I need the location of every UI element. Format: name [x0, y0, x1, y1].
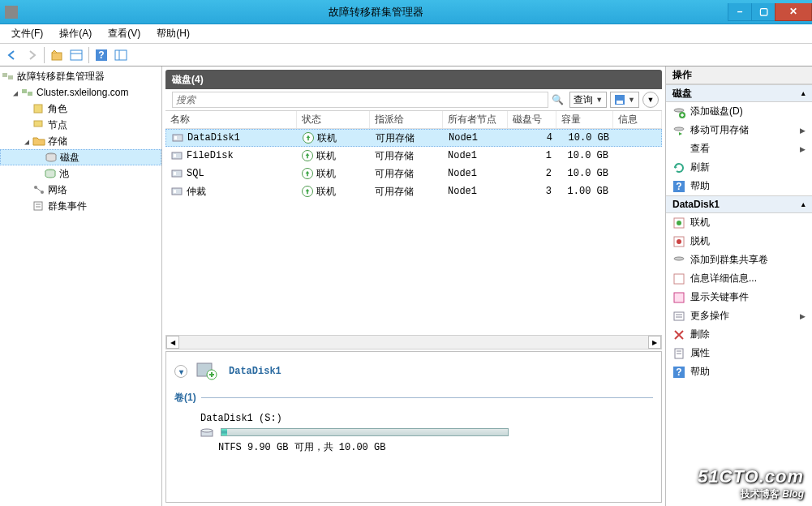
app-icon [5, 6, 18, 19]
tree-root[interactable]: 故障转移群集管理器 [0, 68, 161, 84]
events-icon [32, 200, 45, 212]
volume-text: NTFS 9.90 GB 可用，共 10.00 GB [218, 440, 509, 454]
window-title: 故障转移群集管理器 [23, 5, 728, 19]
tree-cluster[interactable]: ◢ Cluster.sxleilong.com [0, 84, 161, 101]
action-add-disk[interactable]: 添加磁盘(D) [666, 102, 812, 121]
folder-icon [32, 135, 45, 147]
svg-rect-7 [2, 73, 7, 77]
minimize-button[interactable]: – [728, 3, 752, 21]
cluster-node-icon [21, 87, 34, 98]
toolbar: ? [0, 44, 812, 66]
action-add-csv[interactable]: 添加到群集共享卷 [666, 251, 812, 269]
maximize-button[interactable]: ▢ [751, 3, 775, 21]
detail-pane: ▾ DataDisk1 卷(1) DataDisk1 (S:) NTFS 9.9… [165, 351, 662, 503]
action-properties[interactable]: 属性 [666, 344, 812, 362]
action-help2[interactable]: ?帮助 [666, 362, 812, 381]
col-assigned[interactable]: 指派给 [370, 111, 443, 128]
svg-rect-8 [8, 75, 13, 79]
svg-rect-30 [174, 190, 176, 193]
menu-view[interactable]: 查看(V) [100, 25, 148, 42]
up-button[interactable] [48, 46, 66, 64]
tree-nodes[interactable]: 节点 [0, 117, 161, 133]
back-button[interactable] [3, 46, 21, 64]
col-info[interactable]: 信息 [613, 111, 662, 128]
col-name[interactable]: 名称 [165, 111, 297, 128]
tree-pools[interactable]: 池 [0, 165, 161, 182]
scroll-right-button[interactable]: ▶ [648, 336, 661, 349]
tree-storage[interactable]: ◢ 存储 [0, 133, 161, 149]
col-owner[interactable]: 所有者节点 [443, 111, 508, 128]
disk-icon [170, 168, 183, 179]
col-diskno[interactable]: 磁盘号 [508, 111, 556, 128]
tree-networks[interactable]: 网络 [0, 182, 161, 198]
action-critical-events[interactable]: 显示关键事件 [666, 288, 812, 307]
col-capacity[interactable]: 容量 [556, 111, 613, 128]
action-view[interactable]: 查看▶ [666, 139, 812, 158]
svg-rect-29 [172, 188, 182, 195]
delete-icon [672, 328, 685, 341]
svg-text:?: ? [98, 49, 104, 61]
properties-button[interactable] [67, 46, 85, 64]
disk-icon [45, 152, 58, 163]
disk-panel-header[interactable]: 磁盘▴ [666, 84, 812, 102]
action-refresh[interactable]: 刷新 [666, 158, 812, 177]
horizontal-scrollbar[interactable]: ◀ ▶ [165, 335, 662, 349]
table-row[interactable]: SQL联机可用存储Node1210.0 GB [165, 165, 662, 182]
tree-roles[interactable]: 角色 [0, 101, 161, 117]
collapse-button[interactable]: ▾ [174, 365, 187, 378]
svg-rect-45 [674, 274, 684, 284]
table-row[interactable]: 仲裁联机可用存储Node131.00 GB [165, 182, 662, 200]
properties-icon [672, 347, 685, 360]
offline-icon [672, 235, 685, 248]
actions-title: 操作 [666, 66, 812, 84]
action-move-storage[interactable]: 移动可用存储▶ [666, 121, 812, 139]
svg-line-17 [36, 187, 42, 192]
disk-icon [171, 132, 184, 144]
selection-panel-header[interactable]: DataDisk1▴ [666, 195, 812, 213]
cluster-icon [2, 71, 15, 82]
table-row[interactable]: DataDisk1联机可用存储Node1410.0 GB [165, 129, 662, 147]
svg-rect-24 [174, 136, 177, 139]
col-status[interactable]: 状态 [297, 111, 370, 128]
action-more[interactable]: 更多操作▶ [666, 307, 812, 325]
svg-rect-25 [172, 152, 182, 159]
network-icon [32, 184, 45, 195]
svg-rect-9 [22, 89, 27, 93]
svg-point-35 [674, 109, 684, 112]
action-offline[interactable]: 脱机 [666, 232, 812, 251]
status-online-icon [302, 168, 313, 179]
close-button[interactable]: ✕ [775, 3, 812, 21]
tree-events[interactable]: 群集事件 [0, 198, 161, 214]
help-icon: ? [672, 180, 685, 193]
action-delete[interactable]: 删除 [666, 325, 812, 344]
svg-point-41 [677, 221, 681, 225]
action-help[interactable]: ?帮助 [666, 177, 812, 195]
actions-pane: 操作 磁盘▴ 添加磁盘(D) 移动可用存储▶ 查看▶ 刷新 ?帮助 DataDi… [666, 66, 812, 506]
drive-icon [200, 427, 213, 438]
collapse-icon[interactable]: ◢ [10, 88, 21, 97]
tree-disks[interactable]: 磁盘 [0, 149, 161, 165]
online-icon [672, 217, 685, 229]
save-button[interactable]: ▼ [610, 92, 639, 108]
scroll-left-button[interactable]: ◀ [166, 336, 179, 349]
expand-button[interactable]: ▼ [642, 92, 659, 108]
volume-label: DataDisk1 (S:) [200, 413, 509, 424]
menu-file[interactable]: 文件(F) [3, 25, 51, 42]
collapse-icon[interactable]: ◢ [21, 137, 32, 146]
menu-help[interactable]: 帮助(H) [148, 25, 198, 42]
layout-button[interactable] [112, 46, 130, 64]
forward-button[interactable] [23, 46, 41, 64]
query-button[interactable]: 查询▼ [569, 92, 607, 108]
action-info-detail[interactable]: 信息详细信息... [666, 269, 812, 288]
svg-text:?: ? [676, 367, 681, 378]
help-button[interactable]: ? [92, 46, 110, 64]
action-online[interactable]: 联机 [666, 213, 812, 232]
menu-action[interactable]: 操作(A) [51, 25, 100, 42]
table-row[interactable]: FileDisk联机可用存储Node1110.0 GB [165, 147, 662, 165]
detail-title: DataDisk1 [229, 366, 281, 377]
search-icon[interactable]: 🔍 [552, 94, 563, 105]
search-input[interactable] [172, 92, 548, 108]
status-online-icon [303, 132, 314, 144]
refresh-icon [672, 161, 685, 174]
scroll-track[interactable] [179, 336, 648, 349]
